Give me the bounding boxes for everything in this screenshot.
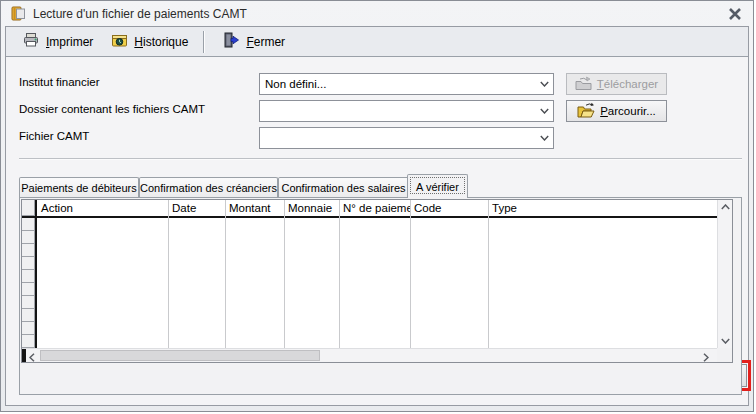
fichier-camt-label: Fichier CAMT <box>19 130 89 142</box>
column-header-montant[interactable]: Montant <box>225 200 284 216</box>
historique-label: Historique <box>134 35 188 49</box>
chevron-down-icon[interactable] <box>535 101 553 121</box>
download-folder-icon <box>575 76 592 93</box>
row-header-cell[interactable] <box>22 270 35 283</box>
dialog-client-area: Imprimer Historique <box>5 26 749 406</box>
tab-paiements-debiteurs[interactable]: Paiements de débiteurs <box>19 177 139 197</box>
history-icon <box>111 32 128 51</box>
column-header-monnaie[interactable]: Monnaie <box>284 200 339 216</box>
tab-confirmation-salaires[interactable]: Confirmation des salaires <box>278 177 409 197</box>
row-header-divider <box>35 200 37 348</box>
open-folder-icon <box>577 102 595 120</box>
column-header-n-paiement[interactable]: N° de paiement <box>339 200 410 216</box>
vertical-scrollbar[interactable] <box>717 200 732 348</box>
fermer-label: Fermer <box>246 35 285 49</box>
row-header-cell[interactable] <box>22 257 35 270</box>
scroll-right-icon[interactable] <box>703 353 709 362</box>
close-icon[interactable] <box>728 8 744 21</box>
row-header-cell[interactable] <box>22 296 35 309</box>
tab-page-a-verifier: Action Date Montant Monnaie N° de paieme… <box>19 197 742 395</box>
form-separator <box>19 158 742 160</box>
column-separator <box>488 200 489 348</box>
chevron-down-icon[interactable] <box>535 128 553 148</box>
column-header-code[interactable]: Code <box>410 200 488 216</box>
parcourir-button[interactable]: Parcourir... <box>566 100 667 122</box>
column-header-action[interactable]: Action <box>37 200 168 216</box>
row-header-cell[interactable] <box>22 283 35 296</box>
institut-financier-combobox[interactable]: Non défini... <box>259 73 554 95</box>
grid-corner-cell <box>22 200 35 216</box>
row-header-cell[interactable] <box>22 335 35 348</box>
window-title: Lecture d'un fichier de paiements CAMT <box>33 7 247 21</box>
toolbar: Imprimer Historique <box>6 27 748 57</box>
title-bar[interactable]: Lecture d'un fichier de paiements CAMT <box>1 1 753 26</box>
scrollbar-corner <box>717 348 732 362</box>
imprimer-label: Imprimer <box>46 35 93 49</box>
horizontal-scrollbar[interactable] <box>22 348 717 362</box>
chevron-down-icon[interactable] <box>535 74 553 94</box>
tab-a-verifier-label: A vérifier <box>416 181 459 193</box>
grid-edge-mark <box>22 349 26 362</box>
column-separator <box>339 200 340 348</box>
parcourir-label: Parcourir... <box>600 105 656 117</box>
dossier-camt-label: Dossier contenant les fichiers CAMT <box>19 103 205 115</box>
telecharger-label: Télécharger <box>597 78 658 90</box>
row-header-cell[interactable] <box>22 218 35 231</box>
fichier-camt-combobox[interactable] <box>259 127 554 149</box>
telecharger-button: Télécharger <box>566 73 667 95</box>
tab-confirmation-creanciers[interactable]: Confirmation des créanciers <box>139 177 278 197</box>
exit-door-icon <box>223 32 240 51</box>
scroll-down-icon[interactable] <box>721 338 730 344</box>
column-separator <box>410 200 411 348</box>
row-header-cell[interactable] <box>22 231 35 244</box>
column-header-type[interactable]: Type <box>488 200 717 216</box>
column-separator <box>284 200 285 348</box>
fermer-button[interactable]: Fermer <box>214 30 294 54</box>
institut-financier-value: Non défini... <box>260 78 535 90</box>
header-underline <box>22 216 717 218</box>
dossier-camt-combobox[interactable] <box>259 100 554 122</box>
row-header-cell[interactable] <box>22 309 35 322</box>
column-header-date[interactable]: Date <box>168 200 225 216</box>
column-separator <box>168 200 169 348</box>
column-separator <box>225 200 226 348</box>
window-icon <box>10 5 27 25</box>
toolbar-separator <box>203 31 204 53</box>
payments-grid: Action Date Montant Monnaie N° de paieme… <box>21 199 733 363</box>
tab-a-verifier[interactable]: A vérifier <box>407 174 468 198</box>
imprimer-button[interactable]: Imprimer <box>14 30 102 54</box>
horizontal-scrollbar-thumb[interactable] <box>40 350 320 361</box>
historique-button[interactable]: Historique <box>102 30 197 54</box>
row-header-cell[interactable] <box>22 244 35 257</box>
scroll-up-icon[interactable] <box>721 204 730 210</box>
dialog-window: Lecture d'un fichier de paiements CAMT <box>0 0 754 412</box>
printer-icon <box>23 32 40 51</box>
row-header-cell[interactable] <box>22 322 35 335</box>
institut-financier-label: Institut financier <box>19 76 100 88</box>
scroll-left-icon[interactable] <box>29 353 35 362</box>
